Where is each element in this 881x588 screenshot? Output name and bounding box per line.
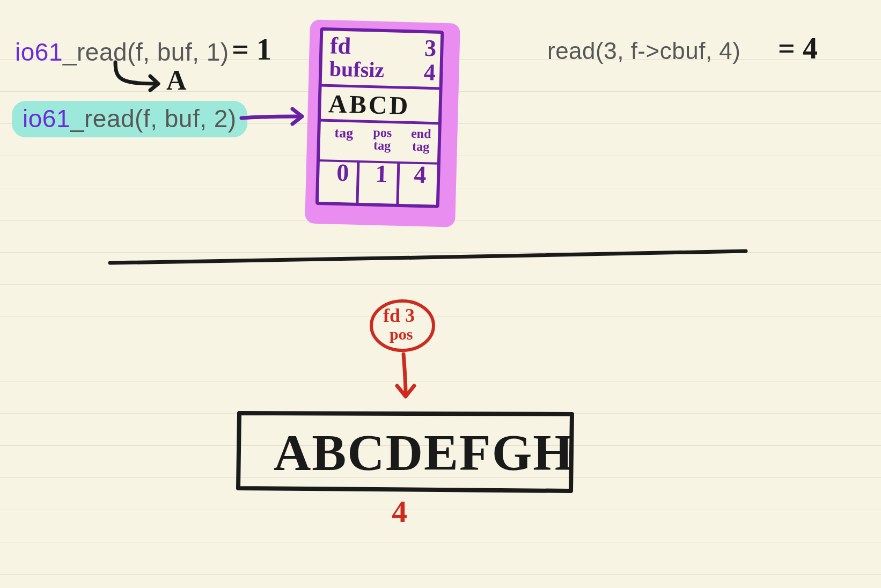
call1-equals: = 1 — [232, 32, 271, 67]
file-pos-marker: 4 — [392, 494, 407, 530]
divider-line-icon — [107, 247, 751, 268]
call1-return-char: A — [166, 64, 187, 96]
syscall-text: read(3, f->cbuf, 4) — [547, 38, 740, 64]
struct-tag-label: tag — [324, 124, 363, 151]
call2-highlight: io61_read(f, buf, 2) — [12, 101, 247, 137]
struct-bufsiz-label: bufsiz — [329, 56, 385, 85]
struct-postag-value: 1 — [362, 159, 401, 188]
struct-bufsiz-value: 4 — [423, 58, 436, 86]
fdpos-line1: fd 3 — [383, 306, 415, 325]
fdpos-arrow-icon — [392, 351, 424, 405]
call2-arrow-icon — [239, 105, 309, 131]
struct-endtag-value: 4 — [400, 160, 439, 189]
struct-buffer: ABCD — [328, 89, 410, 120]
syscall: read(3, f->cbuf, 4) — [547, 38, 740, 64]
file-contents: ABCDEFGH — [274, 423, 574, 482]
syscall-equals: = 4 — [778, 31, 818, 65]
struct-fd-value: 3 — [424, 34, 436, 62]
struct-tag-value: 0 — [323, 158, 362, 187]
call2-rest: _read(f, buf, 2) — [70, 105, 237, 133]
struct-endtag-label: end tag — [401, 127, 440, 153]
struct-contents: fd 3 bufsiz 4 ABCD tag pos tag end tag 0… — [319, 30, 446, 189]
struct-postag-label: pos tag — [363, 126, 402, 152]
fdpos-line2: pos — [390, 326, 413, 342]
call2-prefix: io61 — [23, 105, 70, 133]
call1-prefix: io61 — [15, 38, 63, 66]
